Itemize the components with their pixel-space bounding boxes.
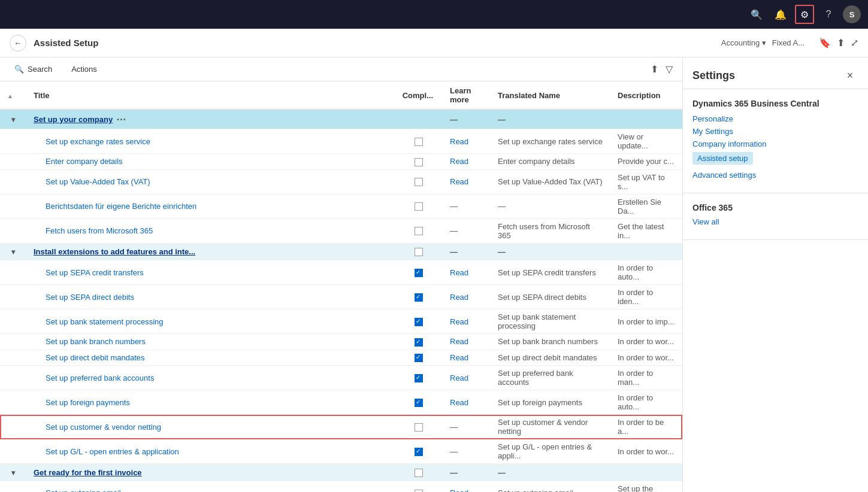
- col-learn-more[interactable]: Learnmore: [443, 81, 491, 110]
- child-title-link[interactable]: Set up direct debit mandates: [46, 353, 145, 362]
- table-row[interactable]: Set up SEPA credit transfers Read Set up…: [0, 260, 682, 285]
- table-group-row[interactable]: ▾ Install extensions to add features and…: [0, 243, 682, 260]
- child-title-link[interactable]: Set up exchange rates service: [46, 137, 150, 146]
- col-title[interactable]: Title: [26, 81, 395, 110]
- help-icon[interactable]: ?: [819, 5, 838, 24]
- nav-accounting[interactable]: Accounting ▾: [721, 38, 766, 47]
- bell-icon[interactable]: 🔔: [771, 5, 790, 24]
- nav-fixed-assets[interactable]: Fixed A...: [772, 38, 805, 47]
- group-collapse-cell[interactable]: ▾: [0, 243, 26, 260]
- table-row[interactable]: Set up bank branch numbers Read Set up b…: [0, 334, 682, 350]
- child-learn-more-cell[interactable]: Read: [443, 169, 491, 194]
- avatar[interactable]: S: [843, 5, 861, 23]
- child-title-cell[interactable]: Set up bank statement processing: [26, 309, 395, 334]
- child-completed-cell[interactable]: [395, 481, 443, 492]
- child-learn-more-cell[interactable]: Read: [443, 390, 491, 415]
- group-checkbox[interactable]: [415, 469, 423, 477]
- child-completed-cell[interactable]: [395, 129, 443, 154]
- child-title-cell[interactable]: Set up SEPA credit transfers: [26, 260, 395, 285]
- child-completed-cell[interactable]: [395, 366, 443, 390]
- child-checkbox[interactable]: [415, 423, 423, 432]
- child-checkbox[interactable]: [415, 448, 423, 456]
- table-row[interactable]: Set up bank statement processing Read Se…: [0, 309, 682, 334]
- child-learn-more-cell[interactable]: Read: [443, 350, 491, 366]
- child-title-cell[interactable]: Fetch users from Microsoft 365: [26, 218, 395, 243]
- child-completed-cell[interactable]: [395, 350, 443, 366]
- child-checkbox[interactable]: [415, 490, 423, 492]
- child-title-cell[interactable]: Set up outgoing email: [26, 481, 395, 492]
- table-row[interactable]: Berichtsdaten für eigene Berichte einric…: [0, 194, 682, 218]
- group-checkbox[interactable]: [415, 248, 423, 256]
- child-title-cell[interactable]: Set up customer & vendor netting: [26, 415, 395, 439]
- child-completed-cell[interactable]: [395, 260, 443, 285]
- child-learn-more-cell[interactable]: —: [443, 439, 491, 464]
- child-title-link[interactable]: Enter company details: [46, 157, 123, 166]
- child-learn-more-cell[interactable]: —: [443, 218, 491, 243]
- search-icon[interactable]: 🔍: [747, 5, 766, 24]
- child-checkbox[interactable]: [415, 338, 423, 347]
- share-icon-toolbar[interactable]: ⬆: [651, 63, 658, 75]
- child-title-link[interactable]: Set up bank branch numbers: [46, 337, 146, 346]
- table-row[interactable]: Set up outgoing email Read Set up outgoi…: [0, 481, 682, 492]
- child-title-link[interactable]: Berichtsdaten für eigene Berichte einric…: [46, 202, 196, 211]
- child-title-cell[interactable]: Set up foreign payments: [26, 390, 395, 415]
- child-checkbox[interactable]: [415, 158, 423, 166]
- child-learn-more-cell[interactable]: Read: [443, 366, 491, 390]
- group-title-cell[interactable]: Get ready for the first invoice: [26, 464, 395, 481]
- bookmark-icon[interactable]: 🔖: [819, 37, 831, 48]
- child-title-link[interactable]: Fetch users from Microsoft 365: [46, 226, 153, 235]
- child-checkbox[interactable]: [415, 178, 423, 186]
- child-learn-more-cell[interactable]: —: [443, 194, 491, 218]
- child-completed-cell[interactable]: [395, 169, 443, 194]
- company-info-link[interactable]: Company information: [692, 139, 858, 148]
- child-checkbox[interactable]: [415, 202, 423, 211]
- child-title-link[interactable]: Set up preferred bank accounts: [46, 373, 154, 382]
- share-icon[interactable]: ⬆: [837, 37, 845, 48]
- child-title-link[interactable]: Set up bank statement processing: [46, 317, 164, 326]
- close-button[interactable]: ×: [842, 67, 858, 84]
- child-completed-cell[interactable]: [395, 194, 443, 218]
- table-row[interactable]: Set up SEPA direct debits Read Set up SE…: [0, 285, 682, 309]
- child-title-link[interactable]: Set up outgoing email: [46, 488, 121, 492]
- child-completed-cell[interactable]: [395, 334, 443, 350]
- child-title-cell[interactable]: Enter company details: [26, 154, 395, 170]
- child-learn-more-cell[interactable]: Read: [443, 154, 491, 170]
- group-collapse-cell[interactable]: ▾: [0, 110, 26, 129]
- child-checkbox[interactable]: [415, 399, 423, 407]
- table-row[interactable]: Set up G/L - open entries & application …: [0, 439, 682, 464]
- child-completed-cell[interactable]: [395, 285, 443, 309]
- child-learn-more-cell[interactable]: Read: [443, 260, 491, 285]
- child-checkbox[interactable]: [415, 269, 423, 277]
- filter-icon-toolbar[interactable]: ▽: [666, 63, 673, 75]
- personalize-link[interactable]: Personalize: [692, 114, 858, 123]
- child-learn-more-cell[interactable]: Read: [443, 481, 491, 492]
- child-title-link[interactable]: Set up G/L - open entries & application: [46, 447, 179, 456]
- child-learn-more-cell[interactable]: Read: [443, 129, 491, 154]
- child-title-cell[interactable]: Set up preferred bank accounts: [26, 366, 395, 390]
- child-completed-cell[interactable]: [395, 439, 443, 464]
- child-completed-cell[interactable]: [395, 415, 443, 439]
- advanced-settings-link[interactable]: Advanced settings: [692, 171, 858, 180]
- table-row[interactable]: Set up Value-Added Tax (VAT) Read Set up…: [0, 169, 682, 194]
- child-learn-more-cell[interactable]: Read: [443, 334, 491, 350]
- group-completed-cell[interactable]: [395, 243, 443, 260]
- child-checkbox[interactable]: [415, 138, 423, 146]
- child-learn-more-cell[interactable]: Read: [443, 309, 491, 334]
- child-title-cell[interactable]: Set up G/L - open entries & application: [26, 439, 395, 464]
- my-settings-link[interactable]: My Settings: [692, 127, 858, 136]
- col-completed[interactable]: Compl...: [395, 81, 443, 110]
- gear-icon[interactable]: ⚙: [795, 5, 814, 24]
- view-all-link[interactable]: View all: [692, 217, 858, 226]
- child-completed-cell[interactable]: [395, 154, 443, 170]
- child-title-cell[interactable]: Set up SEPA direct debits: [26, 285, 395, 309]
- table-row[interactable]: Set up exchange rates service Read Set u…: [0, 129, 682, 154]
- table-row[interactable]: Set up foreign payments Read Set up fore…: [0, 390, 682, 415]
- child-title-cell[interactable]: Set up direct debit mandates: [26, 350, 395, 366]
- child-title-cell[interactable]: Set up Value-Added Tax (VAT): [26, 169, 395, 194]
- child-learn-more-cell[interactable]: Read: [443, 285, 491, 309]
- child-checkbox[interactable]: [415, 318, 423, 326]
- child-checkbox[interactable]: [415, 293, 423, 302]
- group-completed-cell[interactable]: [395, 110, 443, 129]
- child-title-link[interactable]: Set up Value-Added Tax (VAT): [46, 177, 150, 186]
- child-learn-more-cell[interactable]: —: [443, 415, 491, 439]
